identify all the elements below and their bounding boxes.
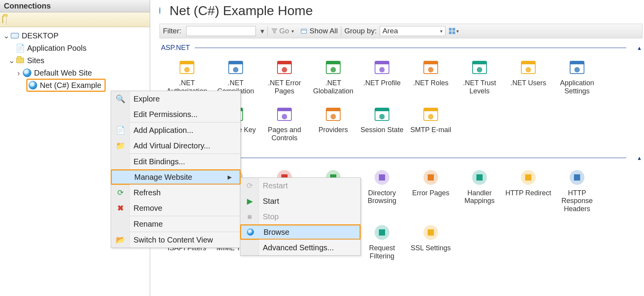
feature-item[interactable]: .NET Globalization <box>309 56 358 95</box>
menu-rename[interactable]: Rename <box>111 216 240 232</box>
feature-icon <box>309 104 358 124</box>
collapse-icon[interactable]: ▴ <box>638 44 641 52</box>
menu-label: Refresh <box>134 188 161 197</box>
filter-dropdown-icon[interactable]: ▾ <box>257 24 267 38</box>
svg-point-31 <box>574 67 580 72</box>
menu-label: Remove <box>134 204 162 213</box>
feature-item[interactable]: Request Filtering <box>358 221 406 260</box>
feature-label: .NET Globalization <box>309 79 358 95</box>
submenu-start[interactable]: ▶ Start <box>240 193 360 209</box>
submenu-browse[interactable]: Browse <box>240 224 361 240</box>
svg-rect-59 <box>379 174 385 181</box>
show-all-icon <box>300 28 308 34</box>
feature-item[interactable]: Providers <box>309 103 358 142</box>
menu-edit-permissions[interactable]: Edit Permissions... <box>111 107 240 122</box>
svg-rect-18 <box>375 61 389 64</box>
svg-rect-48 <box>424 108 438 111</box>
menu-label: Advanced Settings... <box>263 243 334 252</box>
feature-label: Handler Mappings <box>455 189 504 205</box>
menu-label: Add Application... <box>134 126 194 135</box>
add-app-icon: 📄 <box>115 126 126 135</box>
svg-point-19 <box>379 67 385 72</box>
group-by-value: Area <box>382 27 398 35</box>
feature-label: Request Filtering <box>358 244 406 260</box>
feature-icon <box>553 167 601 188</box>
feature-item[interactable]: .NET Trust Levels <box>455 56 504 95</box>
svg-rect-30 <box>570 61 584 64</box>
menu-label: Restart <box>263 181 288 190</box>
collapse-icon[interactable]: ▴ <box>638 154 641 162</box>
menu-remove[interactable]: ✖ Remove <box>111 200 240 216</box>
feature-label: Session State <box>358 126 406 134</box>
feature-label: Error Pages <box>406 189 455 197</box>
tree-node-app-pools[interactable]: 📄 Application Pools <box>1 42 149 54</box>
svg-point-22 <box>428 67 433 72</box>
group-by-select[interactable]: Area ▾ <box>380 26 445 36</box>
svg-point-7 <box>184 67 190 72</box>
submenu-advanced-settings[interactable]: Advanced Settings... <box>240 240 360 255</box>
folder-icon[interactable] <box>2 16 3 23</box>
go-button[interactable]: Go ▾ <box>268 24 297 38</box>
feature-icon <box>504 167 553 188</box>
collapse-icon[interactable]: ⌄ <box>8 56 15 65</box>
globe-icon <box>22 69 32 77</box>
menu-edit-bindings[interactable]: Edit Bindings... <box>111 154 240 169</box>
svg-rect-1 <box>449 28 452 31</box>
feature-icon <box>260 57 309 77</box>
group-label-text: ASP.NET <box>161 44 190 52</box>
feature-item[interactable]: SSL Settings <box>406 221 455 260</box>
tree-node-net-example[interactable]: Net (C#) Example <box>1 79 149 91</box>
view-mode-button[interactable]: ▾ <box>445 24 462 38</box>
svg-rect-15 <box>326 61 340 64</box>
feature-item[interactable]: HTTP Redirect <box>504 166 553 213</box>
feature-label: Providers <box>309 126 358 134</box>
feature-icon <box>358 167 406 188</box>
refresh-icon: ⟳ <box>115 188 126 197</box>
tree-node-sites[interactable]: ⌄ Sites <box>1 54 149 67</box>
tree-node-desktop[interactable]: ⌄ DESKTOP <box>1 29 149 42</box>
feature-item[interactable]: .NET Authorization <box>163 56 211 95</box>
feature-item[interactable]: Directory Browsing <box>358 166 406 213</box>
menu-add-application[interactable]: 📄 Add Application... <box>111 122 240 138</box>
menu-switch-content-view[interactable]: 📂 Switch to Content View <box>111 232 240 248</box>
menu-manage-website[interactable]: Manage Website ▶ <box>111 169 241 185</box>
feature-label: HTTP Response Headers <box>553 189 601 213</box>
feature-item[interactable]: .NET Roles <box>406 56 455 95</box>
feature-icon <box>211 57 260 77</box>
feature-item[interactable]: SMTP E-mail <box>406 103 455 142</box>
go-label: Go <box>279 27 289 35</box>
stop-icon: ■ <box>244 212 255 221</box>
feature-item[interactable]: Application Settings <box>553 56 601 95</box>
globe-icon <box>28 81 38 89</box>
tree-node-default-web-site[interactable]: › Default Web Site <box>1 67 149 79</box>
feature-item[interactable]: Session State <box>358 103 406 142</box>
show-all-button[interactable]: Show All <box>297 24 341 38</box>
feature-item[interactable]: Error Pages <box>406 166 455 213</box>
menu-add-virtual-directory[interactable]: 📁 Add Virtual Directory... <box>111 138 240 153</box>
svg-rect-0 <box>301 29 307 33</box>
menu-refresh[interactable]: ⟳ Refresh <box>111 185 240 200</box>
funnel-icon <box>271 28 278 34</box>
show-all-label: Show All <box>310 27 338 35</box>
svg-rect-63 <box>476 174 483 181</box>
svg-rect-39 <box>277 108 291 111</box>
group-header-aspnet[interactable]: ASP.NET ▴ <box>161 44 644 52</box>
feature-item[interactable]: .NET Error Pages <box>260 56 309 95</box>
feature-icon <box>163 57 211 77</box>
grid-view-icon <box>449 28 456 34</box>
svg-rect-42 <box>326 108 340 111</box>
feature-item[interactable]: Handler Mappings <box>455 166 504 213</box>
filter-input[interactable] <box>186 26 256 36</box>
feature-item[interactable]: HTTP Response Headers <box>553 166 601 213</box>
feature-item[interactable]: .NET Profile <box>358 56 406 95</box>
expand-icon[interactable]: › <box>15 69 22 77</box>
svg-point-13 <box>282 67 287 72</box>
svg-rect-9 <box>229 61 243 64</box>
feature-item[interactable]: .NET Compilation <box>211 56 260 95</box>
feature-item[interactable]: .NET Users <box>504 56 553 95</box>
feature-item[interactable]: Pages and Controls <box>260 103 309 142</box>
feature-label: Application Settings <box>553 79 601 95</box>
menu-explore[interactable]: 🔍 Explore <box>111 91 240 107</box>
collapse-icon[interactable]: ⌄ <box>2 31 10 40</box>
feature-icon <box>260 104 309 124</box>
